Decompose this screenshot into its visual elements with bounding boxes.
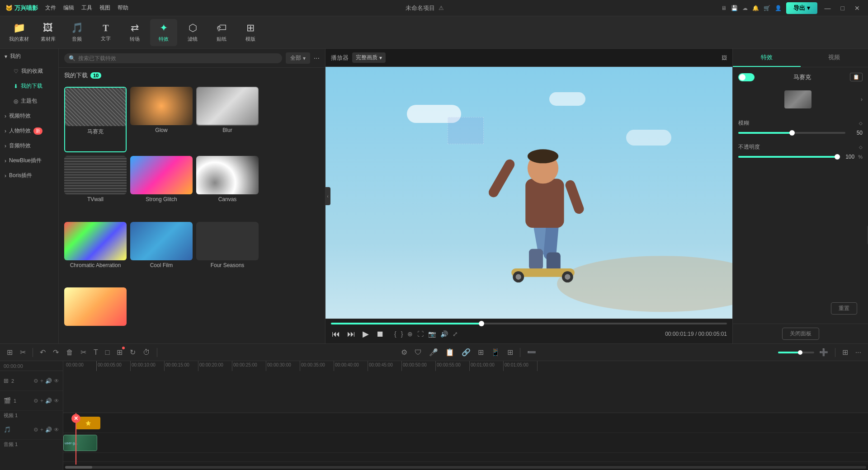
opacity-thumb[interactable]: [835, 154, 840, 160]
search-box[interactable]: 🔍: [64, 53, 282, 63]
mask-copy-button[interactable]: 📋: [850, 73, 863, 81]
search-input[interactable]: [78, 55, 278, 61]
tl-select-tool[interactable]: ⊞: [5, 347, 15, 358]
tool-sticker[interactable]: 🏷 贴纸: [208, 19, 235, 46]
tl-undo-button[interactable]: ↶: [38, 347, 48, 358]
fullscreen-button[interactable]: ⛶: [417, 330, 424, 338]
track-1-eye[interactable]: 👁: [54, 398, 59, 404]
tool-text[interactable]: T 文字: [92, 19, 119, 46]
sidebar-item-downloads[interactable]: ⬇ 我的下载: [9, 79, 58, 94]
menu-edit[interactable]: 编辑: [63, 4, 74, 12]
track-2-settings[interactable]: ⚙: [33, 378, 38, 384]
section-header-my[interactable]: ▾ 我的: [0, 49, 58, 64]
tl-text-tool[interactable]: T: [91, 347, 100, 358]
mark-in-button[interactable]: {: [394, 330, 396, 338]
tl-grid[interactable]: ⊞: [476, 347, 486, 358]
tl-timer[interactable]: ⏱: [141, 347, 152, 358]
tool-effects[interactable]: ✦ 特效: [150, 19, 177, 46]
tab-video[interactable]: 视频: [801, 49, 868, 67]
track-2-eye[interactable]: 👁: [54, 378, 59, 384]
sidebar-item-audio-effects[interactable]: › 音频特效: [0, 138, 58, 153]
set-marker-button[interactable]: ⊕: [407, 330, 413, 338]
play-button[interactable]: ▶: [362, 328, 370, 340]
close-panel-button[interactable]: 关闭面板: [782, 328, 819, 340]
effect-item-cool-film[interactable]: Cool Film: [130, 222, 193, 284]
tab-effects[interactable]: 特效: [733, 49, 801, 67]
progress-bar[interactable]: [331, 323, 727, 324]
tl-view-options[interactable]: ⊞: [840, 347, 850, 358]
sidebar-item-favorites[interactable]: ♡ 我的收藏: [9, 64, 58, 79]
tl-split-button[interactable]: ✂: [78, 347, 89, 358]
skip-back-button[interactable]: ⏮: [331, 329, 341, 340]
effect-item-blur[interactable]: Blur: [196, 87, 259, 152]
scrollbar-track[interactable]: [65, 466, 866, 469]
sidebar-item-newblue[interactable]: › NewBlue插件: [0, 153, 58, 168]
effect-item-tvwall[interactable]: TVwall: [64, 156, 127, 218]
audio-track-vol[interactable]: 🔊: [45, 427, 52, 433]
audio-track-settings[interactable]: ⚙: [33, 427, 38, 433]
reset-button[interactable]: 重置: [831, 302, 857, 315]
sidebar-item-people-effects[interactable]: › 人物特效 新: [0, 123, 58, 138]
preview-quality-button[interactable]: 完整画质 ▾: [352, 52, 386, 63]
tl-crop-tool[interactable]: ✂: [18, 347, 28, 358]
tl-crop-video[interactable]: □: [103, 347, 112, 358]
menu-tools[interactable]: 工具: [81, 4, 92, 12]
opacity-keyframe-icon[interactable]: ◇: [859, 145, 863, 150]
tl-redo-button[interactable]: ↷: [51, 347, 61, 358]
effect-item-extra[interactable]: [64, 287, 127, 340]
screenshot-icon[interactable]: 🖼: [722, 55, 727, 61]
audio-track-add[interactable]: +: [40, 427, 43, 433]
snapshot-button[interactable]: 📷: [428, 330, 436, 338]
export-button[interactable]: 导出 ▾: [786, 2, 817, 14]
effect-item-strong-glitch[interactable]: Strong Glitch: [130, 156, 193, 218]
volume-button[interactable]: 🔊: [440, 330, 448, 338]
tl-layers[interactable]: ⊞: [505, 347, 515, 358]
effect-item-canvas[interactable]: Canvas: [196, 156, 259, 218]
effect-item-mosaic[interactable]: 马赛克: [64, 87, 127, 152]
tl-zoom-slider[interactable]: [778, 352, 814, 353]
minimize-button[interactable]: —: [822, 4, 834, 13]
tool-filter[interactable]: ⬡ 滤镜: [179, 19, 206, 46]
mark-out-button[interactable]: }: [401, 330, 403, 338]
sidebar-item-boris[interactable]: › Boris插件: [0, 168, 58, 183]
menu-file[interactable]: 文件: [45, 4, 56, 12]
tl-phone[interactable]: 📱: [489, 347, 502, 358]
tool-audio[interactable]: 🎵 音频: [63, 19, 90, 46]
tl-pip[interactable]: ⊞: [114, 347, 125, 358]
track-1-audio[interactable]: 🔊: [45, 398, 52, 404]
blur-slider[interactable]: [738, 132, 845, 134]
sidebar-item-themes[interactable]: ◎ 主题包: [9, 94, 58, 108]
track-2-add[interactable]: +: [40, 378, 43, 384]
tl-delete-button[interactable]: 🗑: [64, 347, 75, 358]
step-back-button[interactable]: ⏭: [346, 329, 356, 340]
mask-toggle-switch[interactable]: [738, 73, 755, 81]
menu-help[interactable]: 帮助: [118, 4, 128, 12]
effect-item-four-seasons[interactable]: Four Seasons: [196, 222, 259, 284]
effect-item-glow[interactable]: Glow: [130, 87, 193, 152]
track-1-settings[interactable]: ⚙: [33, 398, 38, 404]
tl-zoom-in[interactable]: ➕: [817, 347, 830, 358]
close-button[interactable]: ✕: [852, 4, 863, 13]
sidebar-item-video-effects[interactable]: › 视频特效: [0, 108, 58, 123]
playhead-marker[interactable]: ✕: [71, 414, 80, 423]
tl-more-options[interactable]: ···: [853, 347, 863, 358]
progress-thumb[interactable]: [479, 321, 484, 326]
video-clip[interactable]: user g...: [63, 435, 97, 451]
tl-zoom-out[interactable]: ➖: [525, 347, 538, 358]
tl-link[interactable]: 🔗: [459, 347, 473, 358]
filter-button[interactable]: 全部 ▾: [286, 52, 310, 64]
collapse-effects-panel[interactable]: ‹: [325, 187, 330, 205]
stop-button[interactable]: ⏹: [375, 329, 385, 340]
blur-thumb[interactable]: [789, 130, 795, 136]
blur-keyframe-icon[interactable]: ◇: [859, 121, 863, 126]
more-options-button[interactable]: ···: [314, 54, 320, 62]
track-2-audio[interactable]: 🔊: [45, 378, 52, 384]
tl-mic[interactable]: 🎤: [427, 347, 440, 358]
tl-zoom-thumb[interactable]: [798, 350, 802, 355]
effect-item-chromatic[interactable]: Chromatic Aberration: [64, 222, 127, 284]
track-1-add[interactable]: +: [40, 398, 43, 404]
settings-button[interactable]: ⤢: [453, 330, 458, 338]
menu-view[interactable]: 视图: [99, 4, 110, 12]
scrollbar-thumb[interactable]: [65, 466, 92, 469]
audio-track-eye[interactable]: 👁: [54, 427, 59, 433]
